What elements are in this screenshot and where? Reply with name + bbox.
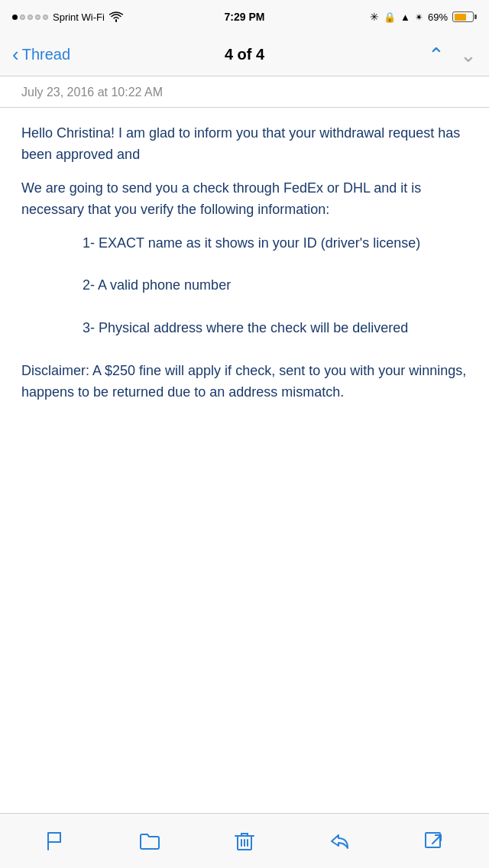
nav-arrows: ⌃ ⌄	[428, 45, 477, 65]
email-date: July 23, 2016 at 10:22 AM	[0, 76, 489, 108]
status-time: 7:29 PM	[225, 11, 265, 23]
status-bar: Sprint Wi-Fi 7:29 PM ✳ 🔒 ▲ ✴ 69%	[0, 0, 489, 34]
folder-icon	[138, 830, 161, 853]
battery-icon	[452, 11, 477, 22]
email-paragraph-2: We are going to send you a check through…	[21, 178, 468, 221]
nav-title: 4 of 4	[225, 46, 264, 63]
bluetooth-icon: ✴	[415, 11, 423, 23]
folder-button[interactable]	[130, 821, 170, 861]
trash-icon	[233, 830, 256, 853]
reply-button[interactable]	[319, 821, 359, 861]
flag-button[interactable]	[35, 821, 75, 861]
status-right: ✳ 🔒 ▲ ✴ 69%	[370, 11, 477, 23]
carrier-label: Sprint Wi-Fi	[53, 11, 105, 23]
compose-icon	[423, 830, 445, 853]
bottom-toolbar	[0, 813, 489, 868]
lock-icon: 🔒	[384, 11, 396, 23]
list-item: 3- Physical address where the check will…	[83, 318, 468, 339]
back-label: Thread	[22, 46, 70, 63]
list-item: 2- A valid phone number	[83, 275, 468, 296]
prev-message-button[interactable]: ⌃	[428, 45, 445, 65]
email-body: Hello Christina! I am glad to inform you…	[0, 108, 489, 419]
signal-dots	[12, 15, 48, 20]
trash-button[interactable]	[225, 821, 264, 861]
status-left: Sprint Wi-Fi	[12, 11, 123, 23]
disclaimer-text: Disclaimer: A $250 fine will apply if ch…	[21, 361, 468, 403]
back-button[interactable]: ‹ Thread	[12, 46, 70, 64]
next-message-button[interactable]: ⌄	[460, 45, 477, 65]
location-icon: ▲	[400, 11, 410, 23]
wifi-icon	[109, 11, 123, 22]
nav-bar: ‹ Thread 4 of 4 ⌃ ⌄	[0, 34, 489, 76]
compose-button[interactable]	[414, 821, 454, 861]
flag-icon	[44, 830, 66, 853]
back-chevron-icon: ‹	[12, 44, 19, 64]
reply-icon	[328, 830, 351, 853]
email-paragraph-1: Hello Christina! I am glad to inform you…	[21, 123, 468, 166]
list-item: 1- EXACT name as it shows in your ID (dr…	[83, 233, 468, 254]
email-list: 1- EXACT name as it shows in your ID (dr…	[83, 233, 468, 340]
battery-percent: 69%	[428, 11, 448, 23]
email-content: July 23, 2016 at 10:22 AM Hello Christin…	[0, 76, 489, 813]
brightness-icon: ✳	[370, 11, 379, 23]
